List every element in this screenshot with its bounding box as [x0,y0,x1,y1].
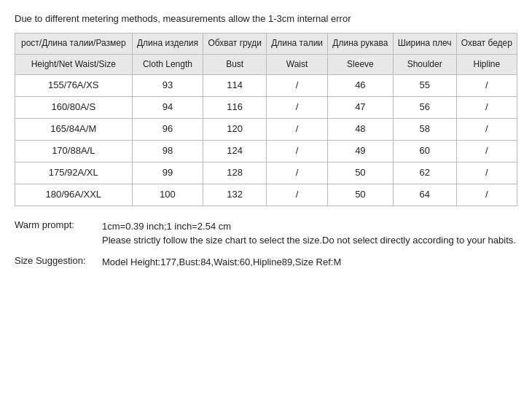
table-cell: 120 [203,118,267,140]
header-russian-cell: Длина рукава [328,34,394,55]
table-cell: 96 [132,118,203,140]
table-cell: 60 [393,140,456,162]
table-cell: / [456,118,517,140]
error-note: Due to different metering methods, measu… [15,13,517,24]
table-cell: / [456,140,517,162]
table-cell: 98 [132,140,203,162]
table-cell: / [267,184,328,206]
warm-prompt-line2: Please strictly follow the size chart to… [102,233,516,248]
table-cell: 50 [328,184,394,206]
table-row: 165/84A/M96120/4858/ [15,118,517,140]
header-english-cell: Sleeve [328,54,394,75]
table-cell: 93 [132,75,203,97]
header-english-cell: Height/Net Waist/Size [15,54,133,75]
table-cell: / [456,162,517,184]
header-russian-cell: рост/Длина талии/Размер [15,34,133,55]
header-russian-cell: Обхват груди [203,34,267,55]
header-english-cell: Shoulder [393,54,456,75]
table-cell: / [456,75,517,97]
table-cell: 49 [328,140,394,162]
table-row: 170/88A/L98124/4960/ [15,140,517,162]
table-row: 155/76A/XS93114/4655/ [15,75,517,97]
header-english-cell: Hipline [456,54,517,75]
table-cell: / [456,97,517,119]
table-cell: 64 [393,184,456,206]
table-cell: 116 [203,97,267,119]
table-cell: / [267,75,328,97]
warm-prompt-content: 1cm=0.39 inch;1 inch=2.54 cm Please stri… [102,219,516,248]
table-cell: 62 [393,162,456,184]
table-cell: / [267,118,328,140]
header-russian-cell: Длина изделия [132,34,203,55]
size-table: рост/Длина талии/РазмерДлина изделияОбхв… [15,33,517,206]
table-cell: 170/88A/L [15,140,133,162]
table-cell: 56 [393,97,456,119]
table-cell: 180/96A/XXL [15,184,133,206]
table-cell: 55 [393,75,456,97]
size-suggestion-label: Size Suggestion: [15,255,102,266]
size-suggestion-row: Size Suggestion: Model Height:177,Bust:8… [15,255,517,270]
table-row: 175/92A/XL99128/5062/ [15,162,517,184]
table-cell: 99 [132,162,203,184]
header-russian-cell: Охват бедер [456,34,517,55]
table-cell: 50 [328,162,394,184]
info-section: Warm prompt: 1cm=0.39 inch;1 inch=2.54 c… [15,219,517,270]
size-suggestion-content: Model Height:177,Bust:84,Waist:60,Hiplin… [102,255,341,270]
table-cell: 100 [132,184,203,206]
table-cell: 114 [203,75,267,97]
warm-prompt-label: Warm prompt: [15,219,102,230]
table-cell: 47 [328,97,394,119]
table-cell: 46 [328,75,394,97]
table-cell: 124 [203,140,267,162]
warm-prompt-row: Warm prompt: 1cm=0.39 inch;1 inch=2.54 c… [15,219,517,248]
table-cell: 58 [393,118,456,140]
header-russian-cell: Ширина плеч [393,34,456,55]
table-cell: / [267,97,328,119]
table-cell: 94 [132,97,203,119]
table-cell: / [267,140,328,162]
table-cell: 160/80A/S [15,97,133,119]
table-cell: 155/76A/XS [15,75,133,97]
table-cell: / [267,162,328,184]
table-cell: 175/92A/XL [15,162,133,184]
table-cell: 165/84A/M [15,118,133,140]
table-cell: 48 [328,118,394,140]
table-row: 160/80A/S94116/4756/ [15,97,517,119]
table-row: 180/96A/XXL100132/5064/ [15,184,517,206]
header-english-cell: Cloth Length [132,54,203,75]
table-cell: 128 [203,162,267,184]
table-cell: / [456,184,517,206]
header-russian-cell: Длина талии [267,34,328,55]
header-english-cell: Waist [267,54,328,75]
warm-prompt-line1: 1cm=0.39 inch;1 inch=2.54 cm [102,221,231,232]
table-cell: 132 [203,184,267,206]
header-english-cell: Bust [203,54,267,75]
